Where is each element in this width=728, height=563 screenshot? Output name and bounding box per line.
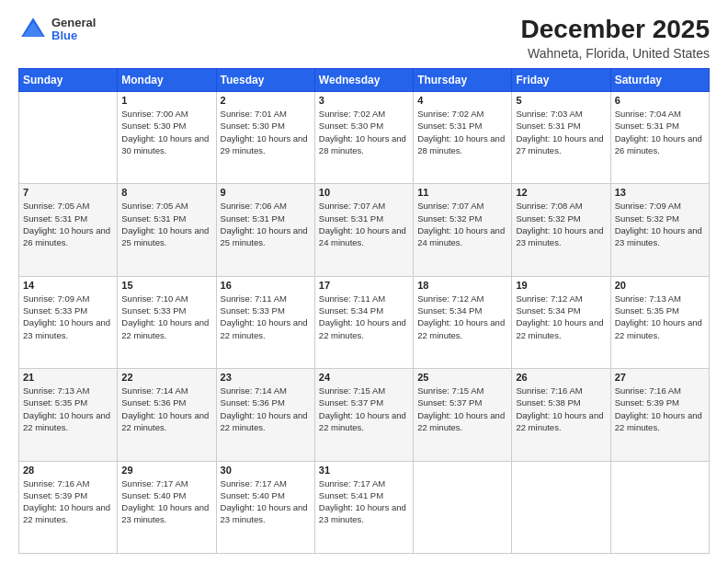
day-number: 8 [121, 187, 211, 198]
month-title: December 2025 [521, 15, 710, 44]
day-number: 15 [121, 280, 211, 291]
day-number: 22 [121, 372, 211, 383]
logo-blue: Blue [51, 29, 96, 42]
col-saturday: Saturday [610, 69, 709, 92]
col-friday: Friday [512, 69, 610, 92]
calendar-week-row: 1Sunrise: 7:00 AMSunset: 5:30 PMDaylight… [19, 92, 710, 184]
day-info: Sunrise: 7:13 AMSunset: 5:35 PMDaylight:… [23, 385, 113, 433]
day-number: 1 [121, 95, 211, 106]
table-row: 4Sunrise: 7:02 AMSunset: 5:31 PMDaylight… [414, 92, 512, 184]
table-row: 21Sunrise: 7:13 AMSunset: 5:35 PMDayligh… [19, 369, 118, 461]
day-number: 5 [516, 95, 606, 106]
col-monday: Monday [118, 69, 216, 92]
day-info: Sunrise: 7:15 AMSunset: 5:37 PMDaylight:… [319, 385, 409, 433]
day-info: Sunrise: 7:16 AMSunset: 5:39 PMDaylight:… [23, 477, 113, 526]
table-row: 2Sunrise: 7:01 AMSunset: 5:30 PMDaylight… [216, 92, 314, 184]
day-info: Sunrise: 7:17 AMSunset: 5:41 PMDaylight:… [319, 477, 409, 526]
col-thursday: Thursday [414, 69, 512, 92]
day-info: Sunrise: 7:05 AMSunset: 5:31 PMDaylight:… [23, 200, 113, 248]
location: Wahneta, Florida, United States [521, 46, 710, 61]
table-row: 18Sunrise: 7:12 AMSunset: 5:34 PMDayligh… [414, 276, 512, 368]
day-number: 26 [516, 372, 606, 383]
table-row [19, 92, 118, 184]
title-block: December 2025 Wahneta, Florida, United S… [521, 15, 710, 61]
table-row: 19Sunrise: 7:12 AMSunset: 5:34 PMDayligh… [512, 276, 610, 368]
day-number: 4 [417, 95, 507, 106]
day-info: Sunrise: 7:07 AMSunset: 5:32 PMDaylight:… [417, 200, 507, 248]
day-info: Sunrise: 7:11 AMSunset: 5:34 PMDaylight:… [319, 293, 409, 341]
day-number: 17 [319, 280, 409, 291]
day-number: 23 [221, 372, 311, 383]
logo: General Blue [18, 15, 96, 44]
table-row: 8Sunrise: 7:05 AMSunset: 5:31 PMDaylight… [118, 184, 216, 276]
day-number: 9 [221, 187, 311, 198]
day-info: Sunrise: 7:03 AMSunset: 5:31 PMDaylight:… [516, 108, 606, 156]
table-row: 14Sunrise: 7:09 AMSunset: 5:33 PMDayligh… [19, 276, 118, 368]
table-row: 27Sunrise: 7:16 AMSunset: 5:39 PMDayligh… [610, 369, 709, 461]
day-info: Sunrise: 7:07 AMSunset: 5:31 PMDaylight:… [319, 200, 409, 248]
table-row: 5Sunrise: 7:03 AMSunset: 5:31 PMDaylight… [512, 92, 610, 184]
table-row: 31Sunrise: 7:17 AMSunset: 5:41 PMDayligh… [314, 461, 413, 553]
calendar-table: Sunday Monday Tuesday Wednesday Thursday… [18, 68, 710, 554]
table-row [414, 461, 512, 553]
calendar-week-row: 14Sunrise: 7:09 AMSunset: 5:33 PMDayligh… [19, 276, 710, 368]
table-row: 10Sunrise: 7:07 AMSunset: 5:31 PMDayligh… [314, 184, 413, 276]
day-info: Sunrise: 7:10 AMSunset: 5:33 PMDaylight:… [121, 293, 211, 341]
day-number: 16 [221, 280, 311, 291]
table-row: 13Sunrise: 7:09 AMSunset: 5:32 PMDayligh… [610, 184, 709, 276]
calendar-week-row: 21Sunrise: 7:13 AMSunset: 5:35 PMDayligh… [19, 369, 710, 461]
table-row: 20Sunrise: 7:13 AMSunset: 5:35 PMDayligh… [610, 276, 709, 368]
day-info: Sunrise: 7:12 AMSunset: 5:34 PMDaylight:… [417, 293, 507, 341]
col-wednesday: Wednesday [314, 69, 413, 92]
calendar-header-row: Sunday Monday Tuesday Wednesday Thursday… [19, 69, 710, 92]
logo-icon [18, 15, 48, 44]
day-number: 14 [23, 280, 113, 291]
day-info: Sunrise: 7:16 AMSunset: 5:38 PMDaylight:… [516, 385, 606, 433]
day-number: 10 [319, 187, 409, 198]
day-info: Sunrise: 7:11 AMSunset: 5:33 PMDaylight:… [221, 293, 311, 341]
table-row: 1Sunrise: 7:00 AMSunset: 5:30 PMDaylight… [118, 92, 216, 184]
day-number: 19 [516, 280, 606, 291]
day-number: 12 [516, 187, 606, 198]
day-number: 31 [319, 465, 409, 476]
day-info: Sunrise: 7:17 AMSunset: 5:40 PMDaylight:… [221, 477, 311, 526]
table-row: 30Sunrise: 7:17 AMSunset: 5:40 PMDayligh… [216, 461, 314, 553]
table-row: 17Sunrise: 7:11 AMSunset: 5:34 PMDayligh… [314, 276, 413, 368]
day-info: Sunrise: 7:00 AMSunset: 5:30 PMDaylight:… [121, 108, 211, 156]
table-row: 9Sunrise: 7:06 AMSunset: 5:31 PMDaylight… [216, 184, 314, 276]
day-number: 25 [417, 372, 507, 383]
day-number: 11 [417, 187, 507, 198]
table-row: 3Sunrise: 7:02 AMSunset: 5:30 PMDaylight… [314, 92, 413, 184]
table-row: 28Sunrise: 7:16 AMSunset: 5:39 PMDayligh… [19, 461, 118, 553]
logo-text: General Blue [51, 17, 96, 43]
day-info: Sunrise: 7:12 AMSunset: 5:34 PMDaylight:… [516, 293, 606, 341]
day-info: Sunrise: 7:13 AMSunset: 5:35 PMDaylight:… [615, 293, 705, 341]
table-row: 12Sunrise: 7:08 AMSunset: 5:32 PMDayligh… [512, 184, 610, 276]
logo-general: General [51, 17, 96, 29]
table-row: 25Sunrise: 7:15 AMSunset: 5:37 PMDayligh… [414, 369, 512, 461]
day-number: 2 [221, 95, 311, 106]
col-sunday: Sunday [19, 69, 118, 92]
day-number: 3 [319, 95, 409, 106]
day-info: Sunrise: 7:06 AMSunset: 5:31 PMDaylight:… [221, 200, 311, 248]
day-info: Sunrise: 7:01 AMSunset: 5:30 PMDaylight:… [221, 108, 311, 156]
page: General Blue December 2025 Wahneta, Flor… [0, 0, 728, 563]
day-info: Sunrise: 7:15 AMSunset: 5:37 PMDaylight:… [417, 385, 507, 433]
day-info: Sunrise: 7:17 AMSunset: 5:40 PMDaylight:… [121, 477, 211, 526]
table-row [610, 461, 709, 553]
table-row: 23Sunrise: 7:14 AMSunset: 5:36 PMDayligh… [216, 369, 314, 461]
day-info: Sunrise: 7:16 AMSunset: 5:39 PMDaylight:… [615, 385, 705, 433]
calendar-week-row: 7Sunrise: 7:05 AMSunset: 5:31 PMDaylight… [19, 184, 710, 276]
day-number: 24 [319, 372, 409, 383]
header: General Blue December 2025 Wahneta, Flor… [18, 15, 710, 61]
table-row: 7Sunrise: 7:05 AMSunset: 5:31 PMDaylight… [19, 184, 118, 276]
table-row: 16Sunrise: 7:11 AMSunset: 5:33 PMDayligh… [216, 276, 314, 368]
day-info: Sunrise: 7:08 AMSunset: 5:32 PMDaylight:… [516, 200, 606, 248]
day-info: Sunrise: 7:02 AMSunset: 5:30 PMDaylight:… [319, 108, 409, 156]
calendar-week-row: 28Sunrise: 7:16 AMSunset: 5:39 PMDayligh… [19, 461, 710, 553]
day-number: 6 [615, 95, 705, 106]
day-info: Sunrise: 7:09 AMSunset: 5:33 PMDaylight:… [23, 293, 113, 341]
table-row: 26Sunrise: 7:16 AMSunset: 5:38 PMDayligh… [512, 369, 610, 461]
day-number: 18 [417, 280, 507, 291]
table-row [512, 461, 610, 553]
